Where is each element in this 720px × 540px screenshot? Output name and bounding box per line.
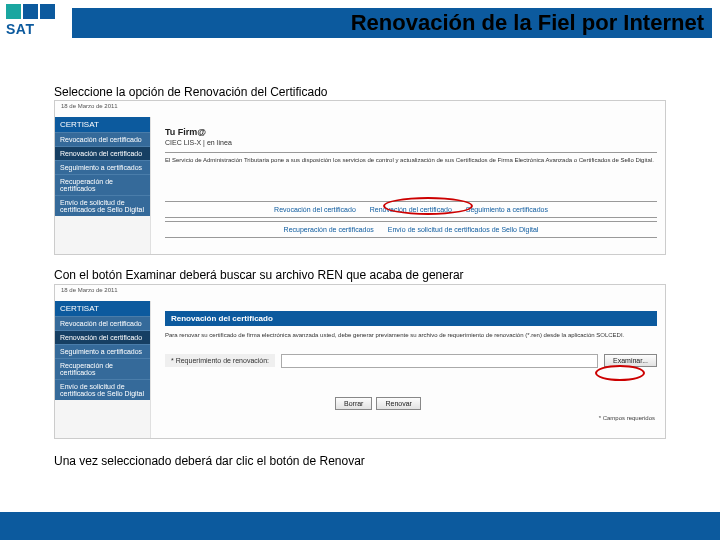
- shot1-content: Tu Firm@ CIEC LIS-X | en línea El Servic…: [165, 127, 657, 165]
- field-label: * Requerimiento de renovación:: [165, 354, 275, 367]
- sidebar-item-renovacion[interactable]: Renovación del certificado: [55, 146, 150, 160]
- instruction-3: Una vez seleccionado deberá dar clic el …: [54, 454, 365, 468]
- link-row-1: Revocación del certificado Renovación de…: [165, 201, 657, 218]
- sidebar-item-recuperacion[interactable]: Recuperación de certificados: [55, 174, 150, 195]
- content-desc: El Servicio de Administración Tributaria…: [165, 157, 657, 165]
- field-row: * Requerimiento de renovación: Examinar.…: [165, 354, 657, 368]
- link-envio[interactable]: Envío de solicitud de certificados de Se…: [388, 226, 539, 233]
- divider: [165, 152, 657, 153]
- ren-file-input[interactable]: [281, 354, 598, 368]
- sidebar-item-revocacion[interactable]: Revocación del certificado: [55, 316, 150, 330]
- shot2-content: Renovación del certificado Para renovar …: [165, 311, 657, 368]
- sidebar-item-envio[interactable]: Envío de solicitud de certificados de Se…: [55, 195, 150, 216]
- sidebar-item-recuperacion[interactable]: Recuperación de certificados: [55, 358, 150, 379]
- sidebar-head: CERTISAT: [55, 117, 150, 132]
- header: SAT Renovación de la Fiel por Internet: [0, 0, 720, 42]
- link-seguimiento[interactable]: Seguimiento a certificados: [466, 206, 548, 213]
- page-title: Renovación de la Fiel por Internet: [0, 10, 712, 36]
- link-row-2: Recuperación de certificados Envío de so…: [165, 221, 657, 238]
- sidebar-item-seguimiento[interactable]: Seguimiento a certificados: [55, 160, 150, 174]
- sidebar-item-revocacion[interactable]: Revocación del certificado: [55, 132, 150, 146]
- sidebar-item-envio[interactable]: Envío de solicitud de certificados de Se…: [55, 379, 150, 400]
- section-desc: Para renovar su certificado de firma ele…: [165, 332, 657, 340]
- instruction-1: Seleccione la opción de Renovación del C…: [54, 85, 328, 99]
- section-title: Renovación del certificado: [165, 311, 657, 326]
- screenshot-2: 18 de Marzo de 2011 CERTISAT Revocación …: [54, 284, 666, 439]
- renovar-button[interactable]: Renovar: [376, 397, 420, 410]
- shot1-date: 18 de Marzo de 2011: [61, 103, 118, 109]
- footer-bar: [0, 512, 720, 540]
- link-renovacion[interactable]: Renovación del certificado: [370, 206, 452, 213]
- screenshot-1: 18 de Marzo de 2011 CERTISAT Revocación …: [54, 100, 666, 255]
- link-recuperacion[interactable]: Recuperación de certificados: [284, 226, 374, 233]
- borrar-button[interactable]: Borrar: [335, 397, 372, 410]
- sidebar-item-renovacion[interactable]: Renovación del certificado: [55, 330, 150, 344]
- shot2-sidebar: CERTISAT Revocación del certificado Reno…: [55, 301, 151, 438]
- required-note: * Campos requeridos: [599, 415, 655, 421]
- button-row: Borrar Renovar: [335, 397, 421, 410]
- content-sub: CIEC LIS-X | en línea: [165, 139, 657, 146]
- link-revocacion[interactable]: Revocación del certificado: [274, 206, 356, 213]
- examinar-button[interactable]: Examinar...: [604, 354, 657, 367]
- shot1-sidebar: CERTISAT Revocación del certificado Reno…: [55, 117, 151, 254]
- content-title: Tu Firm@: [165, 127, 657, 137]
- sidebar-head: CERTISAT: [55, 301, 150, 316]
- instruction-2: Con el botón Examinar deberá buscar su a…: [54, 268, 464, 282]
- sidebar-item-seguimiento[interactable]: Seguimiento a certificados: [55, 344, 150, 358]
- shot2-date: 18 de Marzo de 2011: [61, 287, 118, 293]
